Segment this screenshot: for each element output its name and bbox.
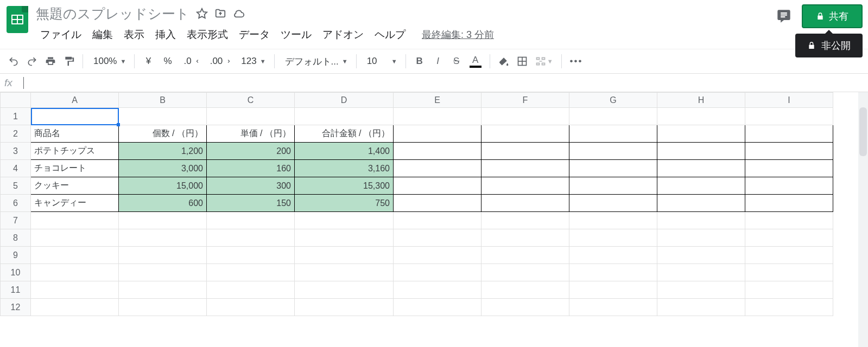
- row-header[interactable]: 3: [1, 143, 31, 160]
- share-button[interactable]: 共有: [802, 4, 863, 28]
- cell[interactable]: [569, 160, 657, 177]
- cell[interactable]: [745, 264, 833, 281]
- menu-view[interactable]: 表示: [119, 27, 149, 43]
- cell[interactable]: [569, 212, 657, 229]
- cell-C5[interactable]: 300: [207, 177, 295, 195]
- cell[interactable]: [394, 125, 481, 143]
- menu-addons[interactable]: アドオン: [318, 27, 368, 43]
- merge-cells-button[interactable]: ▼: [533, 53, 556, 69]
- cell[interactable]: [481, 229, 569, 247]
- cell[interactable]: [481, 108, 569, 125]
- row-header[interactable]: 2: [1, 125, 31, 143]
- cell[interactable]: [394, 160, 481, 177]
- italic-button[interactable]: I: [430, 53, 446, 69]
- cell[interactable]: [119, 229, 207, 247]
- cell[interactable]: [745, 229, 833, 247]
- cell[interactable]: [569, 177, 657, 195]
- cell-D3[interactable]: 1,400: [295, 143, 394, 160]
- row-header[interactable]: 4: [1, 160, 31, 177]
- cell[interactable]: [394, 143, 481, 160]
- row-header[interactable]: 1: [1, 108, 31, 125]
- cell[interactable]: [394, 177, 481, 195]
- paint-format-button[interactable]: [61, 53, 77, 69]
- col-header-B[interactable]: B: [119, 93, 207, 108]
- cell-D2[interactable]: 合計金額 / （円）: [295, 125, 394, 143]
- cell[interactable]: [31, 264, 119, 281]
- cell-D4[interactable]: 3,160: [295, 160, 394, 177]
- select-all-corner[interactable]: [1, 93, 31, 108]
- cell[interactable]: [207, 299, 295, 316]
- undo-button[interactable]: [5, 53, 22, 69]
- text-color-button[interactable]: A: [467, 53, 484, 69]
- cell[interactable]: [119, 108, 207, 125]
- col-header-A[interactable]: A: [31, 93, 119, 108]
- col-header-G[interactable]: G: [569, 93, 657, 108]
- cell[interactable]: [569, 143, 657, 160]
- move-folder-icon[interactable]: [214, 8, 226, 20]
- increase-decimal-button[interactable]: .00: [205, 53, 235, 69]
- cell[interactable]: [31, 212, 119, 229]
- cell[interactable]: [481, 195, 569, 212]
- cell[interactable]: [657, 160, 745, 177]
- cell[interactable]: [481, 281, 569, 299]
- cell[interactable]: [745, 299, 833, 316]
- cell-B3[interactable]: 1,200: [119, 143, 207, 160]
- cell[interactable]: [657, 299, 745, 316]
- row-header[interactable]: 7: [1, 212, 31, 229]
- cell[interactable]: [657, 195, 745, 212]
- cell[interactable]: [657, 229, 745, 247]
- cell[interactable]: [481, 177, 569, 195]
- cell[interactable]: [207, 264, 295, 281]
- cell[interactable]: [569, 125, 657, 143]
- cell-B6[interactable]: 600: [119, 195, 207, 212]
- row-header[interactable]: 6: [1, 195, 31, 212]
- cell[interactable]: [394, 229, 481, 247]
- cell-A5[interactable]: クッキー: [31, 177, 119, 195]
- cell[interactable]: [481, 264, 569, 281]
- menu-data[interactable]: データ: [235, 27, 274, 43]
- formula-bar[interactable]: fx: [0, 74, 868, 92]
- bold-button[interactable]: B: [411, 53, 428, 69]
- cell[interactable]: [745, 108, 833, 125]
- vertical-scrollbar[interactable]: [858, 92, 868, 347]
- cell[interactable]: [394, 195, 481, 212]
- cell[interactable]: [481, 299, 569, 316]
- zoom-dropdown[interactable]: 100%▼: [88, 53, 129, 69]
- cell[interactable]: [119, 281, 207, 299]
- currency-button[interactable]: ¥: [140, 53, 156, 69]
- cell[interactable]: [481, 247, 569, 264]
- row-header[interactable]: 10: [1, 264, 31, 281]
- cell[interactable]: [119, 264, 207, 281]
- cell[interactable]: [207, 212, 295, 229]
- fill-color-button[interactable]: [496, 53, 512, 69]
- cell[interactable]: [31, 281, 119, 299]
- cell[interactable]: [745, 247, 833, 264]
- col-header-D[interactable]: D: [295, 93, 394, 108]
- cell[interactable]: [745, 177, 833, 195]
- cell[interactable]: [31, 247, 119, 264]
- cell[interactable]: [394, 281, 481, 299]
- sheets-logo[interactable]: [5, 4, 29, 35]
- print-button[interactable]: [42, 53, 59, 69]
- cell[interactable]: [657, 212, 745, 229]
- col-header-F[interactable]: F: [481, 93, 569, 108]
- cell[interactable]: [394, 212, 481, 229]
- cell[interactable]: [207, 247, 295, 264]
- cell[interactable]: [657, 125, 745, 143]
- cell-A6[interactable]: キャンディー: [31, 195, 119, 212]
- cell[interactable]: [295, 229, 394, 247]
- row-header[interactable]: 9: [1, 247, 31, 264]
- cell-B4[interactable]: 3,000: [119, 160, 207, 177]
- cell[interactable]: [745, 125, 833, 143]
- number-format-dropdown[interactable]: 123▼: [236, 53, 268, 69]
- menu-help[interactable]: ヘルプ: [370, 27, 410, 43]
- cell[interactable]: [295, 281, 394, 299]
- cell[interactable]: [295, 299, 394, 316]
- row-header[interactable]: 5: [1, 177, 31, 195]
- cell[interactable]: [657, 108, 745, 125]
- cell-A4[interactable]: チョコレート: [31, 160, 119, 177]
- redo-button[interactable]: [24, 53, 40, 69]
- menu-file[interactable]: ファイル: [36, 27, 86, 43]
- cell[interactable]: [569, 229, 657, 247]
- scrollbar-thumb[interactable]: [859, 107, 867, 156]
